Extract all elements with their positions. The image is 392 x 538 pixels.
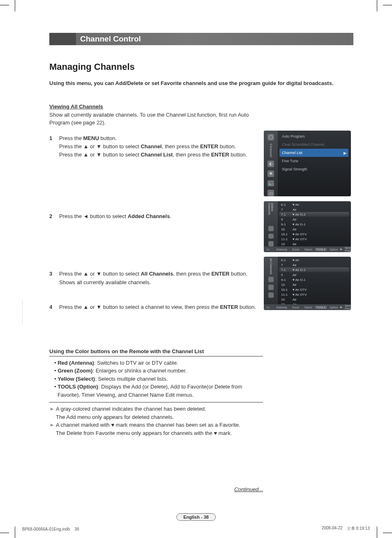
color-row-red: Red (Antenna): Switches to DTV air or DT… bbox=[49, 359, 263, 367]
channel-number: 9-1 bbox=[279, 223, 293, 226]
card-icon: ▭ bbox=[267, 190, 274, 196]
t: Red (Antenna) bbox=[58, 360, 94, 366]
page: Channel Control Managing Channels Using … bbox=[0, 0, 392, 538]
channel-name: ♥ Air D-1 bbox=[293, 278, 349, 282]
channel-name: ♥ Air DTV bbox=[293, 232, 349, 236]
channel-number: 10-1 bbox=[279, 288, 293, 292]
footer-date: 2008-04-22 bbox=[322, 526, 343, 531]
channel-row[interactable]: 9-1♥ Air D-1 bbox=[279, 277, 349, 282]
menu-item-clear-scrambled[interactable]: Clear Scrambled Channel bbox=[279, 140, 348, 149]
channel-row[interactable]: 7Air bbox=[279, 207, 349, 212]
globe-icon: ◐ bbox=[267, 161, 274, 167]
channel-number: 7-1 bbox=[279, 213, 293, 216]
continued-label: Continued... bbox=[49, 486, 263, 492]
t: ENTER bbox=[211, 271, 229, 277]
channel-number: 7 bbox=[279, 208, 293, 212]
channel-number: 10-1 bbox=[279, 232, 293, 236]
osd-legend: Air Antenna Zoom Select TOOLSOption ▶Nex… bbox=[264, 246, 351, 252]
channel-row[interactable]: 10Air bbox=[279, 227, 349, 232]
osd-sidebar-label: Channel bbox=[269, 144, 273, 157]
title-accent-block bbox=[49, 33, 76, 45]
channel-row[interactable]: 19Air bbox=[279, 241, 349, 246]
t: The Add menu only appears for deleted ch… bbox=[56, 414, 174, 420]
t: : Displays the Add (or Delete), Add to F… bbox=[98, 384, 242, 390]
channel-name: Air bbox=[293, 283, 349, 287]
note-arrow-icon: ➢ bbox=[49, 421, 56, 437]
channel-row[interactable]: 7-1♥ Air D-2 bbox=[279, 267, 349, 272]
channel-number: 6-1 bbox=[279, 203, 293, 207]
t: button. bbox=[229, 152, 247, 158]
channel-row[interactable]: 10Air bbox=[279, 282, 349, 287]
footer-page: 38 bbox=[74, 527, 79, 531]
antenna-icon: ◯ bbox=[267, 134, 274, 140]
tools-tag-icon: TOOLS bbox=[315, 248, 327, 251]
t: button. bbox=[229, 271, 247, 277]
t: , then press the bbox=[173, 271, 211, 277]
menu-item-channel-list[interactable]: Channel List ▶ bbox=[279, 149, 348, 157]
footer-right: 2008-04-22 오후 8:19:13 bbox=[322, 526, 370, 531]
channel-number: 19 bbox=[279, 242, 293, 246]
t: ENTER bbox=[211, 152, 229, 158]
channel-name: Air bbox=[293, 298, 349, 301]
t: Press the ▲ or ▼ button to select bbox=[59, 271, 141, 277]
t: Channel List bbox=[141, 152, 173, 158]
channel-row[interactable]: 11-1♥ Air DTV bbox=[279, 237, 349, 241]
legend-air: Air bbox=[266, 248, 270, 251]
channel-row[interactable]: 7Air bbox=[279, 262, 349, 267]
menu-item-fine-tune[interactable]: Fine Tune bbox=[279, 157, 348, 165]
t: MENU bbox=[83, 135, 99, 141]
channel-name: Air bbox=[293, 242, 349, 246]
t: Channel bbox=[141, 143, 161, 149]
clock-icon bbox=[268, 241, 274, 246]
channel-number: 7-1 bbox=[279, 268, 293, 272]
t: Press the bbox=[59, 135, 83, 141]
channel-row[interactable]: 9-1♥ Air D-1 bbox=[279, 222, 349, 227]
channel-row[interactable]: 10-1♥ Air DTV bbox=[279, 287, 349, 292]
color-box: Red (Antenna): Switches to DTV air or DT… bbox=[49, 356, 263, 403]
channel-number: 9-1 bbox=[279, 278, 293, 282]
menu-item-auto-program[interactable]: Auto Program bbox=[279, 132, 348, 140]
menu-item-signal-strength[interactable]: Signal Strength bbox=[279, 165, 348, 173]
channel-row[interactable]: 7-1♥ Air D-2 bbox=[279, 212, 349, 217]
color-row-tools-cont: Favorite), Timer Viewing, and Channel Na… bbox=[49, 391, 263, 399]
step-4-num: 4 bbox=[49, 303, 59, 311]
channel-row[interactable]: 9Air bbox=[279, 272, 349, 277]
channel-row[interactable]: 6-1♥ Air bbox=[279, 202, 349, 207]
channel-row[interactable]: 19Air bbox=[279, 297, 349, 302]
t: Press the ▲ or ▼ button to select a chan… bbox=[59, 304, 220, 310]
channel-row[interactable]: 10-1♥ Air DTV bbox=[279, 232, 349, 237]
gear-icon: ✱ bbox=[267, 170, 274, 177]
channel-number: 10 bbox=[279, 283, 293, 287]
step-4-body: Press the ▲ or ▼ button to select a chan… bbox=[59, 303, 256, 311]
note-arrow-icon: ➢ bbox=[49, 405, 56, 421]
heart-icon bbox=[268, 234, 274, 239]
channel-name: Air bbox=[293, 263, 349, 267]
step-1-num: 1 bbox=[49, 134, 59, 143]
channel-row[interactable]: 11-1♥ Air DTV bbox=[279, 292, 349, 297]
legend-next: Next Program bbox=[345, 304, 351, 310]
footer-time: 오후 8:19:13 bbox=[347, 526, 370, 531]
heart-icon bbox=[268, 285, 274, 290]
play-icon: ▶ bbox=[340, 248, 342, 251]
channel-name: ♥ Air DTV bbox=[293, 237, 349, 241]
channel-row[interactable]: 6-1♥ Air bbox=[279, 258, 349, 262]
footer-left: BP68-00666A-01Eng.indb 38 bbox=[22, 527, 79, 531]
t: Channel List bbox=[282, 151, 302, 155]
channel-name: ♥ Air D-2 bbox=[293, 213, 349, 216]
channel-name: ♥ Air D-2 bbox=[293, 268, 349, 272]
list-icon bbox=[268, 277, 274, 282]
t: : Selects multiple channel lists. bbox=[95, 376, 168, 382]
step-3-body: Press the ▲ or ▼ button to select All Ch… bbox=[59, 270, 247, 286]
channel-number: 7 bbox=[279, 263, 293, 267]
channel-name: Air bbox=[293, 228, 349, 231]
t: : Enlarges or shrinks a channel number. bbox=[92, 368, 187, 374]
channel-row[interactable]: 9Air bbox=[279, 217, 349, 222]
note-1: ➢ A gray-colored channel indicates the c… bbox=[49, 405, 271, 421]
t: All Channels bbox=[141, 271, 173, 277]
osd-channel-menu: ◯ Channel ◐ ✱ 🔈 ▭ Auto Program Clear Scr… bbox=[264, 131, 351, 196]
osd-sidebar: Added Channels bbox=[264, 201, 278, 246]
channel-name: Air bbox=[293, 208, 349, 212]
channel-number: 6-1 bbox=[279, 258, 293, 262]
title-bar-text: Channel Control bbox=[76, 33, 353, 45]
channel-name: ♥ Air D-1 bbox=[293, 223, 349, 226]
